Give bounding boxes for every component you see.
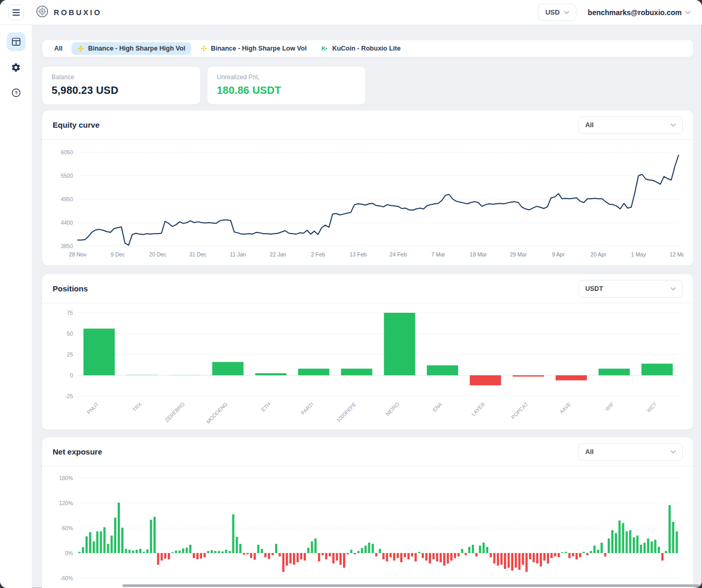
svg-text:24 Feb: 24 Feb xyxy=(390,251,407,258)
svg-text:ETH: ETH xyxy=(260,401,272,413)
svg-text:13 Feb: 13 Feb xyxy=(350,251,367,258)
svg-text:ENA: ENA xyxy=(432,401,444,413)
select-value: USDT xyxy=(585,285,603,292)
sidebar-item-settings[interactable] xyxy=(7,58,26,77)
currency-value: USD xyxy=(545,8,559,16)
svg-text:20 Dec: 20 Dec xyxy=(149,251,166,258)
svg-text:0%: 0% xyxy=(65,550,73,556)
tab-binance-high-sharpe-high-vol[interactable]: Binance - High Sharpe High Vol xyxy=(71,42,191,55)
chevron-down-icon xyxy=(671,287,676,290)
unrealized-pnl-label: Unrealized PnL xyxy=(217,74,356,81)
logo-emblem-icon xyxy=(35,5,49,20)
sidebar: ? xyxy=(0,25,32,588)
svg-text:1000PEPE: 1000PEPE xyxy=(335,401,358,423)
tab-label: All xyxy=(54,45,63,52)
equity-curve-chart: 6050550049504400385028 Nov9 Dec20 Dec31 … xyxy=(53,144,684,263)
tab-label: Binance - High Sharpe High Vol xyxy=(88,45,186,52)
svg-text:25: 25 xyxy=(67,351,73,358)
svg-text:MOODENG: MOODENG xyxy=(205,401,229,424)
svg-text:9 Dec: 9 Dec xyxy=(110,251,125,258)
equity-curve-title: Equity curve xyxy=(53,120,100,129)
svg-text:31 Dec: 31 Dec xyxy=(189,251,206,258)
binance-icon xyxy=(77,45,84,52)
svg-text:0: 0 xyxy=(70,372,73,378)
menu-toggle-button[interactable] xyxy=(8,5,24,20)
svg-text:LAYER: LAYER xyxy=(470,401,486,417)
tab-label: Binance - High Sharpe Low Vol xyxy=(211,45,307,52)
svg-text:-25: -25 xyxy=(65,393,73,399)
svg-text:1 May: 1 May xyxy=(631,251,646,258)
svg-text:22 Jan: 22 Jan xyxy=(270,251,287,258)
svg-text:AAVE: AAVE xyxy=(558,401,572,414)
svg-text:120%: 120% xyxy=(59,500,73,506)
positions-section: Positions USDT 7550250-25PNUTTRXZEREBROM… xyxy=(42,274,694,430)
svg-text:PARTI: PARTI xyxy=(300,401,314,416)
svg-text:9 Apr: 9 Apr xyxy=(552,251,565,258)
svg-text:NEIRO: NEIRO xyxy=(385,401,400,416)
gear-icon xyxy=(11,63,21,72)
svg-text:12 May: 12 May xyxy=(670,251,684,258)
svg-text:K: K xyxy=(322,45,326,52)
svg-text:11 Jan: 11 Jan xyxy=(230,251,246,258)
help-icon: ? xyxy=(11,88,21,98)
chevron-down-icon xyxy=(564,11,569,14)
tab-label: KuCoin - Robuxio Lite xyxy=(332,45,400,52)
svg-text:18 Mar: 18 Mar xyxy=(470,251,487,258)
svg-text:60%: 60% xyxy=(62,525,73,531)
svg-text:4950: 4950 xyxy=(61,196,73,202)
svg-text:3850: 3850 xyxy=(61,243,73,249)
dashboard-icon xyxy=(11,36,21,47)
svg-text:?: ? xyxy=(15,90,18,95)
strategy-filter-bar: All Binance - High Sharpe High Vol xyxy=(42,40,694,57)
svg-text:-60%: -60% xyxy=(60,575,73,581)
svg-text:50: 50 xyxy=(67,330,73,337)
horizontal-scrollbar xyxy=(0,584,702,587)
net-exposure-chart: 180%120%60%0%-60% xyxy=(53,471,684,588)
chevron-down-icon xyxy=(671,124,676,127)
balance-value: 5,980.23 USD xyxy=(52,84,191,96)
tab-kucoin-robuxio-lite[interactable]: K KuCoin - Robuxio Lite xyxy=(315,42,406,55)
net-exposure-section: Net exposure All 180%120%60%0%-60% xyxy=(42,437,694,588)
account-menu[interactable]: benchmarks@robuxio.com xyxy=(588,8,691,17)
brand-logo: ROBUXIO xyxy=(35,5,102,20)
equity-curve-section: Equity curve All 6050550049504400385028 … xyxy=(42,110,694,266)
svg-text:ZEREBRO: ZEREBRO xyxy=(164,401,186,423)
binance-icon xyxy=(200,45,207,52)
svg-text:180%: 180% xyxy=(59,475,73,481)
account-email: benchmarks@robuxio.com xyxy=(588,8,682,17)
balance-card: Balance 5,980.23 USD xyxy=(42,66,201,105)
svg-text:29 Mar: 29 Mar xyxy=(510,251,527,258)
app-window: ROBUXIO USD benchmarks@robuxio.com xyxy=(0,0,702,588)
positions-filter-select[interactable]: USDT xyxy=(578,280,683,298)
brand-name: ROBUXIO xyxy=(54,8,102,17)
tab-binance-high-sharpe-low-vol[interactable]: Binance - High Sharpe Low Vol xyxy=(194,42,313,55)
svg-text:7 Mar: 7 Mar xyxy=(431,251,445,258)
net-exposure-title: Net exposure xyxy=(53,447,102,456)
svg-text:5500: 5500 xyxy=(61,173,73,179)
net-exposure-filter-select[interactable]: All xyxy=(578,443,683,461)
select-value: All xyxy=(585,448,594,456)
tab-all-strategies[interactable]: All xyxy=(48,42,68,55)
positions-chart: 7550250-25PNUTTRXZEREBROMOODENGETHPARTI1… xyxy=(53,308,684,430)
svg-text:20 Apr: 20 Apr xyxy=(590,251,607,258)
svg-text:WCT: WCT xyxy=(645,401,658,414)
sidebar-item-help[interactable]: ? xyxy=(7,83,26,102)
stats-row: Balance 5,980.23 USD Unrealized PnL 180.… xyxy=(42,66,694,105)
unrealized-pnl-card: Unrealized PnL 180.86 USDT xyxy=(207,66,366,105)
unrealized-pnl-value: 180.86 USDT xyxy=(217,84,356,96)
svg-text:6050: 6050 xyxy=(61,149,73,155)
svg-text:75: 75 xyxy=(67,310,73,316)
svg-text:WIF: WIF xyxy=(604,401,615,412)
balance-label: Balance xyxy=(52,74,191,81)
positions-title: Positions xyxy=(53,284,88,293)
top-bar: ROBUXIO USD benchmarks@robuxio.com xyxy=(0,0,702,25)
chevron-down-icon xyxy=(685,11,691,14)
svg-text:2 Feb: 2 Feb xyxy=(311,251,325,258)
svg-text:4400: 4400 xyxy=(61,219,73,226)
equity-filter-select[interactable]: All xyxy=(578,116,683,134)
sidebar-item-dashboard[interactable] xyxy=(7,32,26,51)
currency-dropdown[interactable]: USD xyxy=(538,4,576,21)
horizontal-scrollbar-thumb[interactable] xyxy=(122,584,699,587)
select-value: All xyxy=(585,121,594,129)
chevron-down-icon xyxy=(671,450,676,454)
